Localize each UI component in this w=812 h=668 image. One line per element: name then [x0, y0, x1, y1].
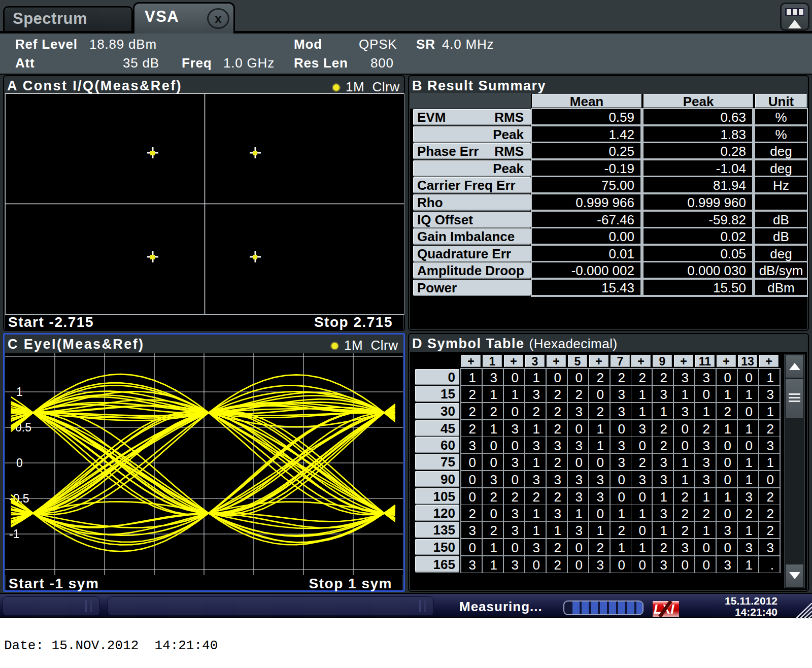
- svg-text:1: 1: [16, 385, 23, 398]
- svg-text:-1: -1: [9, 527, 19, 541]
- svg-text:0: 0: [16, 456, 23, 470]
